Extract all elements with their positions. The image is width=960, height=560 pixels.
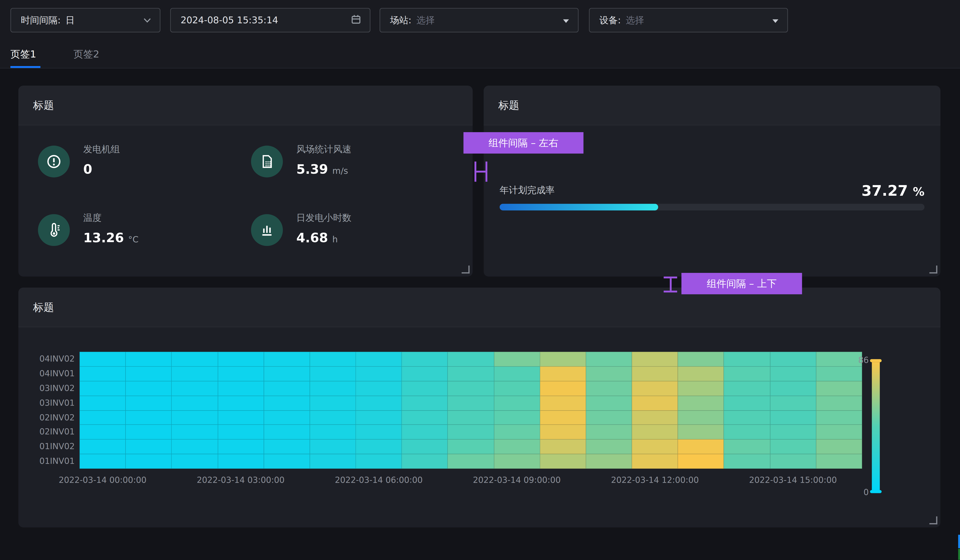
stat-unit: m/s bbox=[332, 161, 348, 180]
heatmap-cell bbox=[632, 396, 678, 410]
tab-page1[interactable]: 页签1 bbox=[10, 43, 36, 66]
heatmap-cell bbox=[402, 410, 448, 425]
heatmap-cell bbox=[586, 454, 632, 469]
heatmap-cell bbox=[816, 366, 862, 381]
heatmap-cell bbox=[632, 410, 678, 425]
station-select[interactable]: 场站: 选择 bbox=[380, 8, 579, 32]
heatmap-cell bbox=[218, 410, 264, 425]
stats-card-title: 标题 bbox=[18, 86, 472, 126]
heatmap-cell bbox=[218, 425, 264, 440]
heatmap-cell bbox=[80, 366, 126, 381]
stat-unit: h bbox=[332, 230, 338, 249]
heatmap-cell bbox=[356, 381, 402, 396]
heatmap-cell bbox=[80, 396, 126, 410]
alert-circle-icon bbox=[38, 146, 70, 178]
heatmap-cell bbox=[310, 425, 356, 440]
card-resize-handle[interactable] bbox=[930, 516, 938, 524]
device-label: 设备: bbox=[599, 14, 621, 26]
progress-track bbox=[500, 204, 925, 211]
colorbar-max-handle[interactable] bbox=[870, 359, 882, 362]
heatmap-row-label: 03INV02 bbox=[18, 381, 75, 396]
heatmap-cell bbox=[402, 425, 448, 440]
heatmap-cell bbox=[448, 439, 494, 454]
heatmap-cell bbox=[80, 439, 126, 454]
stat-unit: °C bbox=[128, 230, 138, 249]
heatmap-cell bbox=[172, 396, 218, 410]
heatmap-cell bbox=[356, 454, 402, 469]
heatmap-row-label: 02INV02 bbox=[18, 410, 75, 425]
dashboard: 时间间隔: 日 2024-08-05 15:35:14 场站: 选择 bbox=[0, 0, 960, 560]
heatmap-cell bbox=[586, 396, 632, 410]
heatmap-cell bbox=[770, 425, 816, 440]
heatmap-cell bbox=[678, 425, 724, 440]
card-resize-handle[interactable] bbox=[462, 266, 470, 274]
heatmap-cell bbox=[356, 439, 402, 454]
heatmap-cell bbox=[770, 410, 816, 425]
heatmap-cell bbox=[264, 396, 310, 410]
heatmap-x-label: 2022-03-14 09:00:00 bbox=[468, 475, 566, 484]
heatmap-cell bbox=[816, 410, 862, 425]
heatmap-cell bbox=[632, 454, 678, 469]
heatmap-cell bbox=[310, 381, 356, 396]
heatmap-cell bbox=[448, 454, 494, 469]
bar-chart-icon bbox=[251, 214, 283, 246]
heatmap-cell bbox=[448, 410, 494, 425]
card-resize-handle[interactable] bbox=[930, 266, 938, 274]
heatmap-cell bbox=[540, 439, 586, 454]
heatmap-row-label: 04INV01 bbox=[18, 366, 75, 381]
heatmap-cell bbox=[310, 454, 356, 469]
calendar-icon bbox=[351, 14, 361, 27]
heatmap-cell bbox=[770, 366, 816, 381]
heatmap-cell bbox=[126, 396, 172, 410]
heatmap-cell bbox=[540, 410, 586, 425]
heatmap-cell bbox=[310, 439, 356, 454]
report-icon bbox=[251, 146, 283, 178]
heatmap-cell bbox=[724, 381, 770, 396]
heatmap-x-label: 2022-03-14 03:00:00 bbox=[192, 475, 290, 484]
gap-annotation-horizontal: 组件间隔 – 左右 bbox=[464, 132, 584, 154]
interval-select[interactable]: 时间间隔: 日 bbox=[10, 8, 160, 32]
heatmap-cell bbox=[264, 381, 310, 396]
thermometer-icon bbox=[38, 214, 70, 246]
heatmap-cell bbox=[678, 396, 724, 410]
heatmap-cell bbox=[770, 439, 816, 454]
device-select[interactable]: 设备: 选择 bbox=[589, 8, 788, 32]
stat-label: 风场统计风速 bbox=[296, 143, 351, 155]
heatmap-cell bbox=[816, 439, 862, 454]
heatmap-grid[interactable] bbox=[80, 352, 862, 469]
heatmap-cell bbox=[540, 366, 586, 381]
scrollbar-fragment[interactable] bbox=[958, 534, 960, 548]
heatmap-cell bbox=[724, 396, 770, 410]
heatmap-cell bbox=[770, 381, 816, 396]
heatmap-cell bbox=[356, 352, 402, 367]
station-placeholder: 选择 bbox=[416, 14, 435, 26]
heatmap-cell bbox=[356, 396, 402, 410]
heatmap-cell bbox=[356, 410, 402, 425]
tab-page2[interactable]: 页签2 bbox=[74, 43, 99, 66]
heatmap-cell bbox=[310, 352, 356, 367]
heatmap-cell bbox=[264, 352, 310, 367]
heatmap-cell bbox=[218, 352, 264, 367]
caret-down-icon bbox=[563, 15, 570, 26]
heatmap-cell bbox=[126, 366, 172, 381]
heatmap-x-label: 2022-03-14 06:00:00 bbox=[330, 475, 428, 484]
heatmap-cell bbox=[540, 454, 586, 469]
chevron-down-icon bbox=[143, 15, 151, 26]
heatmap-cell bbox=[172, 352, 218, 367]
heatmap-cell bbox=[172, 439, 218, 454]
heatmap-cell bbox=[540, 396, 586, 410]
heatmap-cell bbox=[172, 454, 218, 469]
datetime-value: 2024-08-05 15:35:14 bbox=[181, 15, 278, 26]
heatmap-cell bbox=[448, 366, 494, 381]
heatmap-row-label: 02INV01 bbox=[18, 425, 75, 440]
station-label: 场站: bbox=[390, 14, 411, 26]
progress-fill bbox=[500, 204, 658, 211]
heatmap-cell bbox=[494, 352, 540, 367]
heatmap-cell bbox=[126, 439, 172, 454]
datetime-picker[interactable]: 2024-08-05 15:35:14 bbox=[170, 8, 370, 32]
heatmap-cell bbox=[126, 425, 172, 440]
colorbar-min-handle[interactable] bbox=[870, 490, 882, 493]
heatmap-cell bbox=[632, 366, 678, 381]
heatmap-cell bbox=[816, 381, 862, 396]
heatmap-cell bbox=[816, 425, 862, 440]
